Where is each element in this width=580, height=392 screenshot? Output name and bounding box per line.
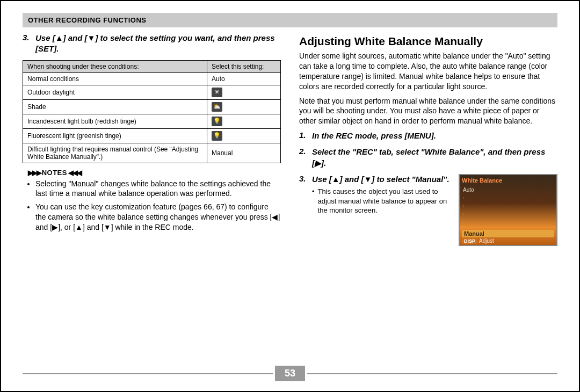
step-number: 3.: [299, 174, 309, 183]
table-row: Outdoor daylight ☀: [23, 85, 281, 99]
step-number: 2.: [299, 147, 309, 156]
step-text: Select the "REC" tab, select "White Bala…: [312, 147, 557, 169]
step-text: Use [▲] and [▼] to select "Manual".: [312, 174, 453, 185]
cell-setting: ☀: [207, 85, 281, 99]
step-1: 1. In the REC mode, press [MENU].: [299, 130, 557, 141]
lcd-screenshot: White Balance Auto · · · · Manual DISPAd…: [459, 174, 557, 246]
header-setting: Select this setting:: [207, 60, 281, 72]
cell-setting: Manual: [207, 143, 281, 163]
section-header: OTHER RECORDING FUNCTIONS: [23, 13, 557, 27]
lcd-option: ·: [463, 210, 474, 218]
cell-condition: Difficult lighting that requires manual …: [23, 143, 207, 163]
lcd-option: ·: [463, 202, 474, 210]
step-3-row: 3. Use [▲] and [▼] to select "Manual". •…: [299, 174, 557, 246]
step-text: In the REC mode, press [MENU].: [312, 130, 557, 141]
step-3-textcol: 3. Use [▲] and [▼] to select "Manual". •…: [299, 174, 453, 215]
table-row: Shade ⛅: [23, 99, 281, 114]
list-item: Selecting "Manual" changes white balance…: [35, 179, 281, 199]
table-header-row: When shooting under these conditions: Se…: [23, 60, 281, 72]
list-item: You can use the key customization featur…: [35, 202, 281, 233]
cell-setting: 💡: [207, 128, 281, 143]
text-part: Use [: [35, 33, 55, 42]
lcd-bottom-text: Adjust: [479, 238, 494, 244]
fluorescent-icon: 💡: [212, 131, 222, 141]
white-balance-table: When shooting under these conditions: Se…: [23, 60, 281, 163]
lcd-option-list: Auto · · · ·: [463, 186, 474, 226]
text-part: ] and [: [63, 33, 88, 42]
step-2: 2. Select the "REC" tab, select "White B…: [299, 147, 557, 169]
paragraph: Note that you must perform manual white …: [299, 96, 557, 127]
table-row: Difficult lighting that requires manual …: [23, 143, 281, 163]
sun-icon: ☀: [212, 88, 222, 97]
cell-setting: Auto: [207, 72, 281, 85]
step-3: 3. Use [▲] and [▼] to select "Manual".: [299, 174, 453, 185]
step-3-select-setting: 3. Use [▲] and [▼] to select the setting…: [23, 33, 281, 55]
footer-line-right: [307, 373, 557, 374]
header-conditions: When shooting under these conditions:: [23, 60, 207, 72]
lcd-option: Auto: [463, 186, 474, 194]
step-text: Use [▲] and [▼] to select the setting yo…: [35, 33, 281, 55]
step-3-sub: • This causes the object you last used t…: [312, 187, 453, 215]
step-number: 3.: [23, 33, 32, 42]
right-column: Adjusting White Balance Manually Under s…: [299, 33, 557, 246]
up-arrow-icon: ▲: [55, 33, 63, 43]
lcd-option: ·: [463, 218, 474, 226]
table-row: Normal conditions Auto: [23, 72, 281, 85]
lcd-option-selected: Manual: [462, 230, 554, 237]
down-arrow-icon: ▼: [88, 33, 96, 43]
notes-arrows-left-icon: ▶▶▶: [28, 169, 42, 177]
lcd-bottom-hint: DISPAdjust: [462, 238, 494, 244]
paragraph: Under some light sources, automatic whit…: [299, 51, 557, 92]
content-columns: 3. Use [▲] and [▼] to select the setting…: [23, 33, 557, 246]
cell-condition: Fluorescent light (greenish tinge): [23, 128, 207, 143]
left-column: 3. Use [▲] and [▼] to select the setting…: [23, 33, 281, 246]
notes-list: Selecting "Manual" changes white balance…: [35, 179, 281, 233]
cell-condition: Incandescent light bulb (reddish tinge): [23, 114, 207, 128]
page-number: 53: [275, 366, 305, 381]
right-section-title: Adjusting White Balance Manually: [299, 35, 557, 48]
shade-icon: ⛅: [212, 102, 222, 112]
manual-page: OTHER RECORDING FUNCTIONS 3. Use [▲] and…: [0, 0, 580, 392]
cell-condition: Shade: [23, 99, 207, 114]
lcd-title: White Balance: [462, 177, 554, 184]
cell-condition: Outdoor daylight: [23, 85, 207, 99]
page-footer: 53: [23, 366, 557, 381]
cell-condition: Normal conditions: [23, 72, 207, 85]
bulb-icon: 💡: [212, 117, 222, 126]
step-number: 1.: [299, 130, 309, 140]
lcd-option: ·: [463, 194, 474, 202]
sub-text: This causes the object you last used to …: [318, 187, 453, 215]
table-row: Fluorescent light (greenish tinge) 💡: [23, 128, 281, 143]
cell-setting: ⛅: [207, 99, 281, 114]
cell-setting: 💡: [207, 114, 281, 128]
notes-label: NOTES: [42, 169, 67, 177]
notes-heading: ▶▶▶ NOTES ◀◀◀: [28, 169, 281, 177]
footer-line-left: [23, 373, 273, 374]
bullet-icon: •: [312, 187, 315, 215]
notes-arrows-right-icon: ◀◀◀: [67, 169, 81, 177]
table-row: Incandescent light bulb (reddish tinge) …: [23, 114, 281, 128]
disp-button-label: DISP: [462, 238, 477, 244]
